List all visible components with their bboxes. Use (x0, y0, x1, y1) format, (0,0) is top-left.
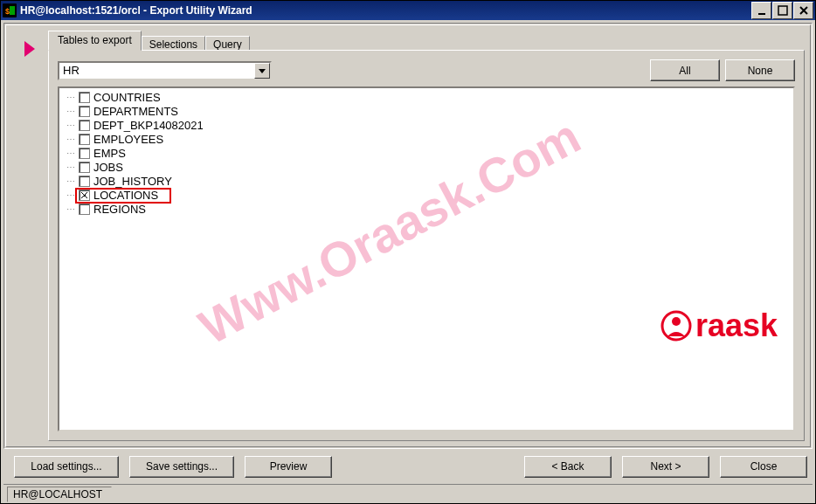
table-checkbox[interactable] (79, 162, 90, 173)
button-label: Save settings... (146, 460, 218, 473)
table-checkbox[interactable] (79, 176, 90, 187)
tree-glyph-icon: ⋯ (66, 148, 79, 158)
table-row[interactable]: ⋯DEPARTMENTS (59, 104, 793, 118)
chevron-down-icon[interactable] (254, 63, 270, 79)
tab-strip: Tables to export Selections Query (48, 31, 805, 50)
svg-rect-3 (778, 6, 787, 15)
table-row[interactable]: ⋯JOB_HISTORY (59, 174, 793, 188)
load-settings-button[interactable]: Load settings... (14, 456, 119, 478)
table-checkbox[interactable] (79, 204, 90, 215)
tab-container: Tables to export Selections Query (48, 31, 805, 441)
status-bar: HR@LOCALHOST (3, 484, 813, 503)
close-button[interactable] (793, 2, 813, 19)
tables-listbox[interactable]: ⋯COUNTRIES⋯DEPARTMENTS⋯DEPT_BKP14082021⋯… (58, 86, 795, 432)
status-connection: HR@LOCALHOST (7, 487, 112, 502)
client-area: Tables to export Selections Query (1, 20, 815, 503)
schema-combo[interactable]: HR (58, 61, 272, 80)
button-label: < Back (551, 460, 584, 473)
window-controls (750, 2, 813, 19)
select-none-button[interactable]: None (725, 59, 795, 81)
table-checkbox[interactable] (79, 148, 90, 159)
table-name-label: JOB_HISTORY (93, 175, 172, 188)
table-row[interactable]: ⋯REGIONS (59, 202, 793, 216)
tab-label: Query (213, 38, 242, 51)
select-all-button[interactable]: All (650, 59, 720, 81)
table-name-label: EMPS (93, 147, 126, 160)
tab-label: Selections (149, 38, 197, 51)
table-row[interactable]: ⋯DEPT_BKP14082021 (59, 118, 793, 132)
table-checkbox[interactable] (79, 92, 90, 103)
svg-marker-5 (259, 69, 266, 73)
status-text: HR@LOCALHOST (13, 488, 102, 501)
schema-combo-value: HR (59, 64, 254, 77)
window-title: HR@localhost:1521/orcl - Export Utility … (20, 4, 750, 17)
tree-glyph-icon: ⋯ (66, 204, 79, 214)
table-row[interactable]: ⋯EMPLOYEES (59, 132, 793, 146)
brand-text: raask (695, 307, 778, 344)
table-row[interactable]: ⋯COUNTRIES (59, 90, 793, 104)
table-checkbox[interactable] (79, 190, 90, 201)
svg-rect-1 (10, 6, 15, 15)
button-label: All (679, 65, 690, 77)
button-label: Close (750, 460, 778, 473)
svg-text:$: $ (5, 7, 10, 16)
tree-glyph-icon: ⋯ (66, 162, 79, 172)
back-button[interactable]: < Back (524, 456, 612, 478)
table-name-label: DEPT_BKP14082021 (93, 119, 204, 132)
table-name-label: EMPLOYEES (93, 133, 163, 146)
table-checkbox[interactable] (79, 134, 90, 145)
svg-point-7 (672, 317, 681, 326)
tab-body: HR All None (48, 50, 805, 441)
close-wizard-button[interactable]: Close (720, 456, 807, 478)
tree-glyph-icon: ⋯ (66, 107, 79, 116)
tree-glyph-icon: ⋯ (66, 93, 79, 102)
minimize-button[interactable] (751, 2, 771, 19)
table-row[interactable]: ⋯JOBS (59, 160, 793, 174)
window-frame: $ HR@localhost:1521/orcl - Export Utilit… (0, 0, 816, 504)
tree-glyph-icon: ⋯ (66, 135, 79, 144)
wizard-nav-column (11, 31, 48, 441)
brand-logo: raask (660, 307, 778, 344)
titlebar[interactable]: $ HR@localhost:1521/orcl - Export Utilit… (1, 1, 815, 20)
maximize-button[interactable] (772, 2, 792, 19)
svg-rect-2 (758, 13, 765, 15)
table-name-label: DEPARTMENTS (93, 105, 178, 118)
table-name-label: REGIONS (93, 203, 146, 216)
tree-glyph-icon: ⋯ (66, 190, 79, 200)
tree-glyph-icon: ⋯ (66, 176, 79, 186)
brand-icon (660, 310, 692, 342)
button-label: Load settings... (31, 460, 101, 473)
button-label: Next > (650, 460, 681, 473)
table-row[interactable]: ⋯LOCATIONS (59, 188, 793, 202)
app-icon: $ (3, 3, 17, 17)
table-name-label: COUNTRIES (93, 91, 161, 104)
tab-tables-to-export[interactable]: Tables to export (48, 31, 142, 51)
wizard-button-row: Load settings... Save settings... Previe… (3, 449, 813, 484)
preview-button[interactable]: Preview (245, 456, 332, 478)
filter-row: HR All None (58, 59, 795, 81)
content-panel: Tables to export Selections Query (3, 23, 813, 449)
svg-marker-4 (24, 41, 35, 57)
wizard-arrow-icon (23, 39, 37, 61)
button-label: None (748, 65, 773, 77)
table-checkbox[interactable] (79, 120, 90, 131)
table-checkbox[interactable] (79, 106, 90, 117)
table-name-label: LOCATIONS (93, 189, 158, 202)
table-row[interactable]: ⋯EMPS (59, 146, 793, 160)
button-label: Preview (270, 460, 308, 473)
tab-label: Tables to export (58, 34, 132, 46)
next-button[interactable]: Next > (622, 456, 709, 478)
save-settings-button[interactable]: Save settings... (129, 456, 234, 478)
tree-glyph-icon: ⋯ (66, 121, 79, 130)
table-name-label: JOBS (93, 161, 123, 174)
